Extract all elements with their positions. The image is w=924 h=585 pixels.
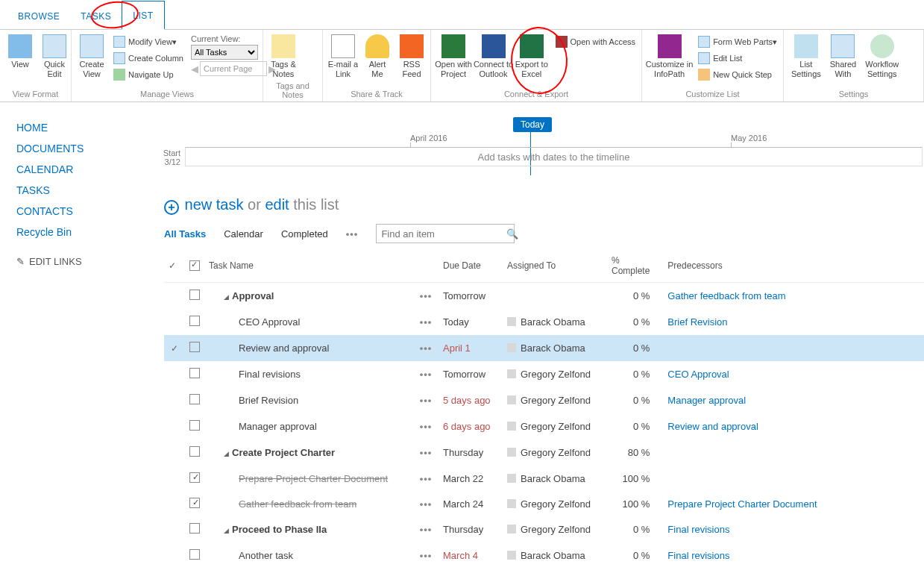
row-checkbox[interactable] xyxy=(189,316,200,326)
search-icon[interactable]: 🔍 xyxy=(506,228,518,240)
table-row[interactable]: Brief Revision•••5 days agoGregory Zelfo… xyxy=(164,387,924,413)
email-link-button[interactable]: E-mail a Link xyxy=(326,31,360,81)
task-name[interactable]: Approval xyxy=(209,290,274,301)
new-task-plus-icon[interactable]: + xyxy=(164,200,179,215)
col-pct-complete[interactable]: % Complete xyxy=(607,248,663,283)
row-menu-icon[interactable]: ••• xyxy=(413,335,439,361)
task-name[interactable]: Manager approval xyxy=(209,421,317,432)
create-column-button[interactable]: Create Column xyxy=(110,51,186,66)
export-excel-button[interactable]: Export to Excel xyxy=(514,31,550,81)
create-view-button[interactable]: Create View xyxy=(75,31,109,81)
search-input[interactable] xyxy=(381,228,506,240)
col-assigned-to[interactable]: Assigned To xyxy=(503,248,607,283)
nav-documents[interactable]: DOCUMENTS xyxy=(16,138,149,159)
view-button[interactable]: View xyxy=(3,31,37,72)
view-completed[interactable]: Completed xyxy=(281,228,328,240)
row-menu-icon[interactable]: ••• xyxy=(413,387,439,413)
col-predecessors[interactable]: Predecessors xyxy=(663,248,924,283)
alert-me-button[interactable]: Alert Me xyxy=(360,31,395,81)
predecessor-link[interactable]: Gather feedback from team xyxy=(667,290,785,301)
edit-list-button[interactable]: Edit List xyxy=(695,51,780,66)
predecessor-link[interactable]: Brief Revision xyxy=(667,316,727,328)
new-task-link[interactable]: new task xyxy=(185,196,244,213)
shared-with-button[interactable]: Shared With xyxy=(826,31,861,81)
view-more-icon[interactable]: ••• xyxy=(346,228,359,240)
task-name[interactable]: Another task xyxy=(209,550,293,561)
search-box[interactable]: 🔍 xyxy=(376,224,515,243)
row-checkbox[interactable] xyxy=(189,446,200,457)
col-task-name[interactable]: Task Name xyxy=(204,248,413,283)
row-menu-icon[interactable]: ••• xyxy=(413,439,439,466)
nav-home[interactable]: HOME xyxy=(16,117,149,138)
task-name[interactable]: Brief Revision xyxy=(209,395,298,406)
task-name[interactable]: Create Project Charter xyxy=(209,447,335,458)
quick-edit-button[interactable]: Quick Edit xyxy=(37,31,72,81)
modify-view-button[interactable]: Modify View ▾ xyxy=(110,34,186,49)
row-menu-icon[interactable]: ••• xyxy=(413,413,439,439)
table-row[interactable]: Review and approval•••April 1Barack Obam… xyxy=(164,335,924,361)
current-view-select[interactable]: All Tasks xyxy=(191,45,258,60)
tags-notes-button[interactable]: Tags & Notes xyxy=(266,31,301,81)
predecessor-link[interactable]: Final revisions xyxy=(667,550,729,561)
col-select-all[interactable] xyxy=(189,260,200,271)
row-menu-icon[interactable]: ••• xyxy=(413,466,439,491)
task-name[interactable]: CEO Approval xyxy=(209,316,300,328)
row-menu-icon[interactable]: ••• xyxy=(413,542,439,569)
row-checkbox[interactable] xyxy=(189,368,200,378)
row-menu-icon[interactable]: ••• xyxy=(413,309,439,335)
navigate-up-button[interactable]: Navigate Up xyxy=(110,67,186,82)
row-checkbox[interactable] xyxy=(189,472,200,483)
workflow-settings-button[interactable]: Workflow Settings xyxy=(861,31,903,81)
task-name[interactable]: Prepare Project Charter Document xyxy=(209,473,388,484)
task-name[interactable]: Gather feedback from team xyxy=(209,498,356,510)
row-menu-icon[interactable]: ••• xyxy=(413,516,439,542)
row-menu-icon[interactable]: ••• xyxy=(413,283,439,310)
open-project-button[interactable]: Open with Project xyxy=(434,31,473,81)
row-checkbox[interactable] xyxy=(189,420,200,431)
table-row[interactable]: Another task•••March 4Barack Obama0 %Fin… xyxy=(164,542,924,569)
task-name[interactable]: Final revisions xyxy=(209,369,301,380)
task-name[interactable]: Proceed to Phase IIa xyxy=(209,524,327,535)
row-checkbox[interactable] xyxy=(189,394,200,404)
customize-infopath-button[interactable]: Customize in InfoPath xyxy=(645,31,694,81)
nav-tasks[interactable]: TASKS xyxy=(16,180,149,201)
open-access-button[interactable]: Open with Access xyxy=(553,34,638,49)
edit-list-link[interactable]: edit xyxy=(265,196,289,213)
row-checkbox[interactable] xyxy=(189,549,200,560)
edit-links[interactable]: EDIT LINKS xyxy=(16,256,149,267)
task-name[interactable]: Review and approval xyxy=(209,342,329,354)
row-menu-icon[interactable]: ••• xyxy=(413,361,439,387)
row-checkbox[interactable] xyxy=(189,498,200,508)
form-web-parts-button[interactable]: Form Web Parts ▾ xyxy=(695,34,780,49)
new-quick-step-button[interactable]: New Quick Step xyxy=(695,67,780,82)
table-row[interactable]: Proceed to Phase IIa•••ThursdayGregory Z… xyxy=(164,516,924,542)
tab-list[interactable]: LIST xyxy=(122,1,164,30)
predecessor-link[interactable]: CEO Approval xyxy=(667,369,729,380)
predecessor-link[interactable]: Manager approval xyxy=(667,395,746,406)
predecessor-link[interactable]: Final revisions xyxy=(667,524,729,535)
nav-calendar[interactable]: CALENDAR xyxy=(16,159,149,180)
table-row[interactable]: Create Project Charter•••ThursdayGregory… xyxy=(164,439,924,466)
row-checkbox[interactable] xyxy=(189,342,200,352)
tab-tasks[interactable]: TASKS xyxy=(70,2,122,29)
nav-contacts[interactable]: CONTACTS xyxy=(16,201,149,222)
row-menu-icon[interactable]: ••• xyxy=(413,491,439,516)
row-checkbox[interactable] xyxy=(189,290,200,300)
timeline-body[interactable]: Add tasks with dates to the timeline xyxy=(185,147,923,166)
tab-browse[interactable]: BROWSE xyxy=(7,2,70,29)
col-due-date[interactable]: Due Date xyxy=(439,248,503,283)
list-settings-button[interactable]: List Settings xyxy=(787,31,826,81)
table-row[interactable]: CEO Approval•••TodayBarack Obama0 %Brief… xyxy=(164,309,924,335)
table-row[interactable]: Manager approval•••6 days agoGregory Zel… xyxy=(164,413,924,439)
predecessor-link[interactable]: Prepare Project Charter Document xyxy=(667,498,817,510)
row-checkbox[interactable] xyxy=(189,523,200,534)
connect-outlook-button[interactable]: Connect to Outlook xyxy=(473,31,514,81)
table-row[interactable]: Prepare Project Charter Document•••March… xyxy=(164,466,924,491)
table-row[interactable]: Gather feedback from team•••March 24Greg… xyxy=(164,491,924,516)
view-calendar[interactable]: Calendar xyxy=(224,228,263,240)
table-row[interactable]: Approval•••Tomorrow0 %Gather feedback fr… xyxy=(164,283,924,310)
rss-feed-button[interactable]: RSS Feed xyxy=(395,31,429,81)
view-all-tasks[interactable]: All Tasks xyxy=(164,228,206,240)
predecessor-link[interactable]: Review and approval xyxy=(667,421,758,432)
table-row[interactable]: Final revisions•••TomorrowGregory Zelfon… xyxy=(164,361,924,387)
